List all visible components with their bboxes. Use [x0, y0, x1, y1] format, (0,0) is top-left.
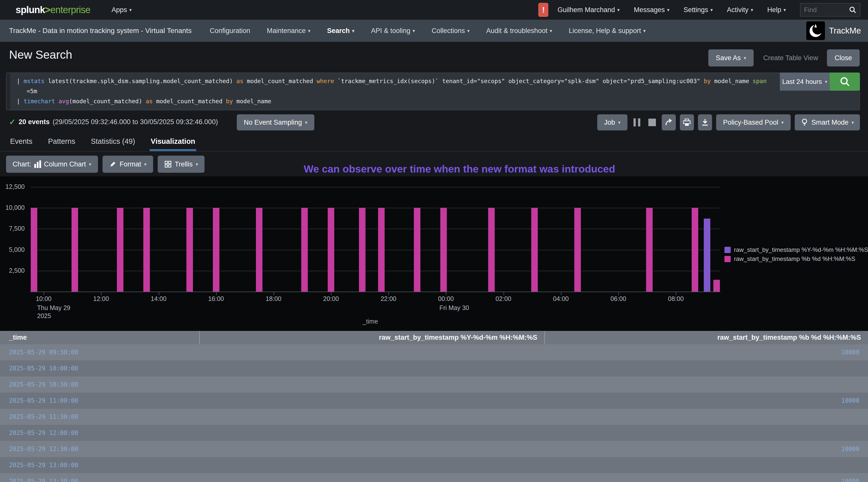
appnav-item-audit-troubleshoot[interactable]: Audit & troubleshoot▾ — [486, 27, 552, 35]
search-query-editor[interactable]: | mstats latest(trackme.splk_dsm.samplin… — [6, 72, 860, 110]
cell-time[interactable]: 2025-05-29 10:00:00 — [0, 360, 200, 377]
chart-bar[interactable] — [213, 208, 219, 292]
cell-raw-start-ymd[interactable] — [200, 441, 545, 457]
cell-time[interactable]: 2025-05-29 11:30:00 — [0, 409, 200, 425]
chart-bar[interactable] — [256, 208, 262, 292]
chart-type-button[interactable]: Chart: Column Chart ▾ — [6, 156, 98, 173]
appnav-item-license-help-support[interactable]: License, Help & support▾ — [569, 27, 646, 35]
cell-time[interactable]: 2025-05-29 11:00:00 — [0, 393, 200, 409]
topbar-menu-activity[interactable]: Activity▾ — [727, 6, 753, 14]
cell-raw-start-ymd[interactable] — [200, 393, 545, 409]
topbar-menu-help[interactable]: Help▾ — [767, 6, 786, 14]
chart-bar[interactable] — [692, 208, 698, 292]
print-job-button[interactable] — [680, 114, 694, 130]
chart-bar[interactable] — [646, 208, 653, 292]
chart-bar[interactable] — [31, 208, 37, 292]
job-menu-button[interactable]: Job ▾ — [597, 114, 627, 130]
chart-bar[interactable] — [143, 208, 150, 292]
appnav-item-search[interactable]: Search▾ — [327, 27, 354, 35]
table-header-raw-start-by-timestamp-y-d-m-h-m-s[interactable]: raw_start_by_timestamp %Y-%d-%m %H:%M:%S — [200, 331, 545, 344]
search-mode-button[interactable]: Smart Mode ▾ — [795, 114, 860, 130]
topbar-menu-label: Help — [767, 6, 781, 14]
table-header-time[interactable]: _time — [0, 331, 200, 344]
cell-time[interactable]: 2025-05-29 13:00:00 — [0, 457, 200, 473]
cell-raw-start-ymd[interactable] — [200, 425, 545, 441]
cell-raw-start-bd[interactable] — [545, 409, 868, 425]
legend-swatch — [724, 256, 731, 262]
chart-bar[interactable] — [328, 208, 334, 292]
chart-bar[interactable] — [301, 208, 308, 292]
chevron-down-icon: ▾ — [352, 28, 354, 33]
cell-time[interactable]: 2025-05-29 10:30:00 — [0, 377, 200, 393]
cell-time[interactable]: 2025-05-29 12:00:00 — [0, 425, 200, 441]
cell-raw-start-bd[interactable]: 10000 — [545, 393, 868, 409]
cell-raw-start-ymd[interactable] — [200, 457, 545, 473]
format-button[interactable]: Format ▾ — [102, 156, 153, 173]
close-button[interactable]: Close — [827, 50, 860, 66]
cell-time[interactable]: 2025-05-29 09:30:00 — [0, 344, 200, 360]
topbar-menu-settings[interactable]: Settings▾ — [684, 6, 713, 14]
chart-bar[interactable] — [704, 219, 710, 292]
find-input[interactable] — [804, 6, 849, 14]
appnav-item-maintenance[interactable]: Maintenance▾ — [267, 27, 310, 35]
tab-patterns[interactable]: Patterns — [47, 134, 76, 151]
table-header-raw-start-by-timestamp-b-d-h-m-s[interactable]: raw_start_by_timestamp %b %d %H:%M:%S — [545, 331, 868, 344]
splunk-logo-word: splunk — [16, 4, 45, 15]
pause-job-button[interactable] — [631, 114, 643, 130]
event-sampling-button[interactable]: No Event Sampling ▾ — [237, 114, 314, 130]
chart-bar[interactable] — [713, 280, 720, 292]
chart-bar[interactable] — [378, 208, 384, 292]
chart-bar[interactable] — [186, 208, 193, 292]
apps-menu[interactable]: Apps ▾ — [112, 6, 132, 14]
stop-job-button[interactable] — [647, 114, 658, 130]
splunk-logo[interactable]: splunk>enterprise — [16, 4, 90, 15]
chart-bar[interactable] — [440, 208, 447, 292]
app-title[interactable]: TrackMe - Data in motion tracking system… — [9, 27, 192, 35]
cell-raw-start-bd[interactable]: 10000 — [545, 473, 868, 482]
cell-raw-start-bd[interactable] — [545, 377, 868, 393]
export-job-button[interactable] — [698, 114, 712, 130]
trellis-button[interactable]: Trellis ▾ — [158, 156, 205, 173]
create-table-view-button[interactable]: Create Table View — [763, 50, 818, 66]
save-as-button[interactable]: Save As ▾ — [708, 50, 754, 66]
chart-bar[interactable] — [71, 208, 78, 292]
cell-time[interactable]: 2025-05-29 13:30:00 — [0, 473, 200, 482]
chart-bar[interactable] — [574, 208, 581, 292]
tab-events[interactable]: Events — [9, 134, 33, 151]
topbar-menu-messages[interactable]: Messages▾ — [634, 6, 670, 14]
share-job-button[interactable] — [662, 114, 676, 130]
appnav-item-collections[interactable]: Collections▾ — [432, 27, 470, 35]
find-search-box[interactable] — [800, 3, 861, 17]
legend-item[interactable]: raw_start_by_timestamp %Y-%d-%m %H:%M:%S — [724, 246, 868, 253]
alert-badge[interactable]: ! — [538, 3, 548, 17]
chart-bar[interactable] — [414, 208, 421, 292]
x-tick-label: 12:00 — [93, 295, 109, 302]
chart-bar[interactable] — [531, 208, 538, 292]
chart-bar[interactable] — [488, 208, 495, 292]
cell-raw-start-ymd[interactable] — [200, 360, 545, 377]
legend-item[interactable]: raw_start_by_timestamp %b %d %H:%M:%S — [724, 255, 868, 262]
cell-raw-start-ymd[interactable] — [200, 473, 545, 482]
run-search-button[interactable] — [830, 72, 860, 91]
chevron-down-icon: ▾ — [643, 28, 646, 33]
cell-raw-start-bd[interactable] — [545, 360, 868, 377]
appnav-item-configuration[interactable]: Configuration — [210, 27, 250, 35]
chart-bar[interactable] — [117, 208, 123, 292]
user-menu[interactable]: Guilhem Marchand ▾ — [557, 6, 620, 14]
tab-visualization[interactable]: Visualization — [150, 134, 196, 151]
chart-bar[interactable] — [359, 208, 366, 292]
cell-time[interactable]: 2025-05-29 12:30:00 — [0, 441, 200, 457]
appnav-item-api-tooling[interactable]: API & tooling▾ — [371, 27, 415, 35]
cell-raw-start-ymd[interactable] — [200, 344, 545, 360]
check-icon: ✓ — [9, 117, 16, 127]
time-range-picker[interactable]: Last 24 hours ▾ — [780, 72, 830, 91]
query-token: (model_count_matched) — [69, 98, 146, 104]
cell-raw-start-bd[interactable]: 10000 — [545, 441, 868, 457]
tab-statistics-49[interactable]: Statistics (49) — [90, 134, 136, 151]
cell-raw-start-bd[interactable]: 10000 — [545, 344, 868, 360]
cell-raw-start-bd[interactable] — [545, 457, 868, 473]
cell-raw-start-ymd[interactable] — [200, 409, 545, 425]
cell-raw-start-ymd[interactable] — [200, 377, 545, 393]
cell-raw-start-bd[interactable] — [545, 425, 868, 441]
policy-pool-button[interactable]: Policy-Based Pool ▾ — [716, 114, 791, 130]
